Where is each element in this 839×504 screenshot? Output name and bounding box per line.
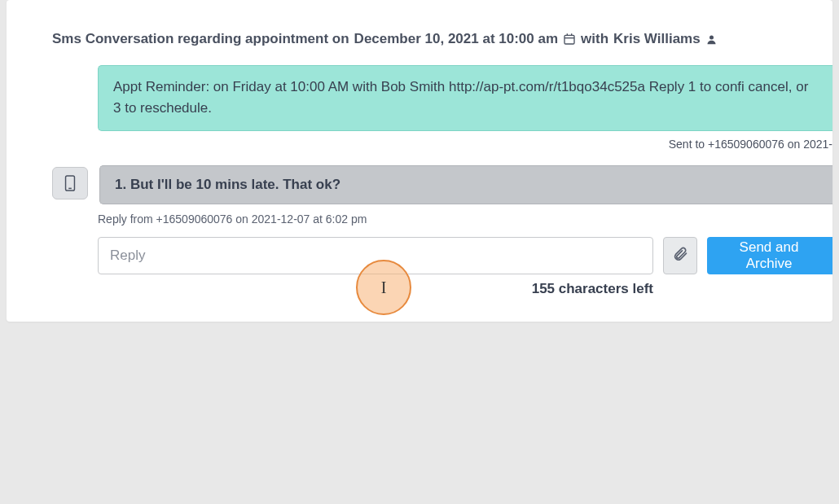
header-date: December 10, 2021 at 10:00 am [354,31,558,47]
paperclip-icon [672,246,688,265]
conversation-header: Sms Conversation regarding appointment o… [7,0,832,65]
header-with: with [581,31,608,47]
incoming-message: 1. But I'll be 10 mins late. That ok? [99,165,832,204]
reply-input[interactable] [98,237,653,274]
calendar-icon [563,33,576,46]
send-button-label: Send and Archive [740,239,799,271]
svg-point-4 [709,35,714,39]
outgoing-meta: Sent to +16509060076 on 2021- [7,131,832,165]
incoming-row: 1. But I'll be 10 mins late. That ok? [52,165,832,204]
mobile-icon [52,167,88,199]
header-person: Kris Williams [613,31,701,47]
outgoing-message: Appt Reminder: on Friday at 10:00 AM wit… [98,65,832,131]
person-icon [705,33,718,46]
incoming-meta: Reply from +16509060076 on 2021-12-07 at… [98,204,832,237]
incoming-message-text: 1. But I'll be 10 mins late. That ok? [115,177,340,192]
character-counter: 155 characters left [98,274,653,297]
conversation-card: Sms Conversation regarding appointment o… [7,0,832,322]
outgoing-message-text: Appt Reminder: on Friday at 10:00 AM wit… [113,79,808,116]
header-prefix: Sms Conversation regarding appointment o… [52,31,349,47]
reply-row: Send and Archive [98,237,832,274]
send-and-archive-button[interactable]: Send and Archive [707,237,832,274]
attachment-button[interactable] [663,237,697,274]
svg-rect-0 [564,35,574,44]
